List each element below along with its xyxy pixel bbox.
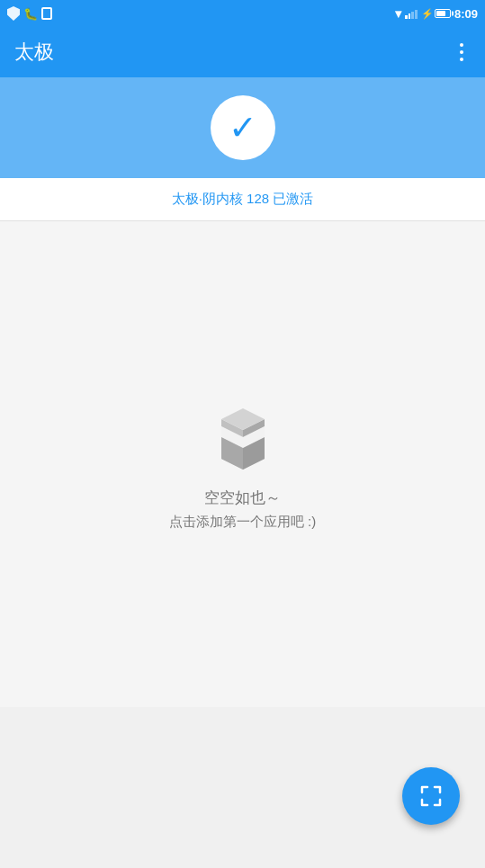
activation-header: ✓ bbox=[0, 77, 485, 178]
menu-dot-1 bbox=[460, 43, 463, 47]
empty-state-icon bbox=[207, 398, 279, 473]
main-content-area: 空空如也～ 点击添加第一个应用吧 :) bbox=[0, 221, 485, 707]
wifi-icon: ▾ bbox=[395, 6, 401, 21]
status-bar-left-icons: 🐛 bbox=[7, 6, 52, 21]
more-options-button[interactable] bbox=[453, 36, 471, 68]
status-bar: 🐛 ▾ ⚡ 8:09 bbox=[0, 0, 485, 27]
status-bar-right-icons: ▾ ⚡ 8:09 bbox=[395, 6, 478, 21]
status-time: 8:09 bbox=[454, 7, 478, 21]
signal-icon bbox=[405, 8, 418, 19]
fab-expand-button[interactable] bbox=[402, 767, 460, 825]
shield-icon bbox=[7, 6, 20, 21]
menu-dot-3 bbox=[460, 58, 463, 61]
toolbar: 太极 bbox=[0, 27, 485, 77]
app-title: 太极 bbox=[14, 39, 54, 66]
sim-icon bbox=[41, 7, 52, 20]
activation-bar: 太极·阴内核 128 已激活 bbox=[0, 178, 485, 221]
checkmark-icon: ✓ bbox=[229, 111, 257, 145]
battery-fill bbox=[436, 11, 445, 16]
box-svg-icon bbox=[207, 398, 279, 470]
battery-body bbox=[435, 9, 451, 18]
menu-dot-2 bbox=[460, 50, 463, 54]
check-circle: ✓ bbox=[211, 95, 275, 160]
bug-icon: 🐛 bbox=[23, 7, 38, 21]
empty-state-secondary-text: 点击添加第一个应用吧 :) bbox=[169, 514, 316, 531]
expand-icon bbox=[418, 783, 444, 809]
battery-icon: ⚡ bbox=[421, 8, 451, 20]
charging-icon: ⚡ bbox=[421, 8, 434, 20]
activation-text: 太极·阴内核 128 已激活 bbox=[172, 191, 314, 206]
empty-state-primary-text: 空空如也～ bbox=[204, 488, 281, 508]
